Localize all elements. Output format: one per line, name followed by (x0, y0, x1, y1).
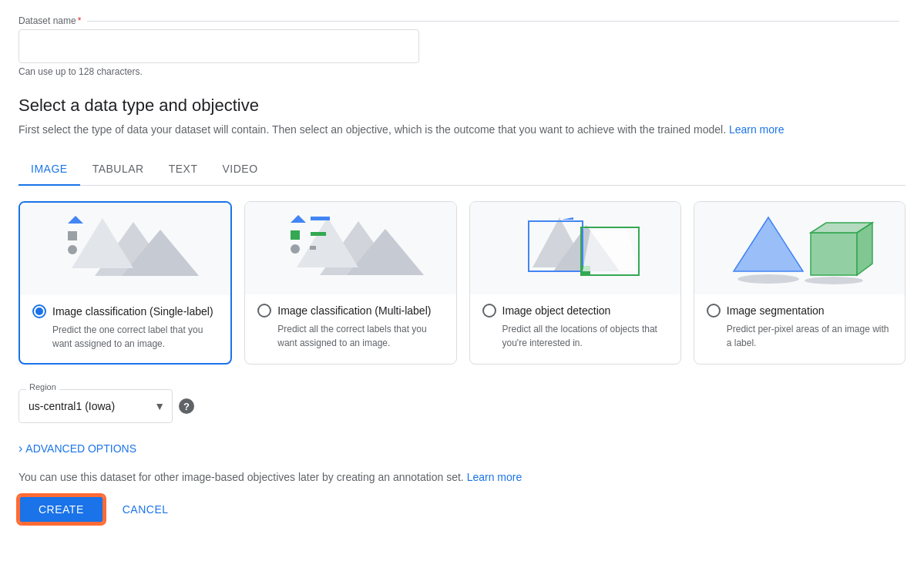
card-image-multi-label (245, 202, 455, 294)
radio-object-detection[interactable] (482, 304, 496, 318)
svg-point-13 (291, 244, 300, 254)
svg-rect-4 (68, 231, 77, 240)
cancel-button[interactable]: CANCEL (110, 497, 181, 522)
svg-rect-26 (811, 233, 857, 275)
data-type-tabs: IMAGE TABULAR TEXT VIDEO (18, 153, 906, 186)
svg-rect-10 (311, 217, 330, 220)
tab-tabular[interactable]: TABULAR (80, 153, 156, 186)
card-image-object-detection (470, 202, 680, 294)
data-type-section: Select a data type and objective First s… (18, 96, 906, 523)
region-label: Region (26, 382, 59, 392)
card-object-detection[interactable]: Image object detection Predict all the l… (469, 201, 681, 365)
card-single-label[interactable]: Image classification (Single-label) Pred… (18, 201, 232, 365)
footer-note: You can use this dataset for other image… (18, 471, 906, 483)
svg-point-5 (68, 245, 77, 254)
svg-point-32 (738, 274, 799, 284)
dataset-name-input[interactable]: untitled_1651268618588 (18, 29, 419, 63)
radio-single-label[interactable] (32, 304, 46, 318)
dataset-name-hint: Can use up to 128 characters. (18, 66, 906, 77)
card-desc-segmentation: Predict per-pixel areas of an image with… (727, 322, 892, 350)
card-title-multi-label: Image classification (Multi-label) (277, 304, 431, 317)
svg-rect-14 (310, 246, 316, 250)
radio-multi-label[interactable] (257, 304, 271, 318)
section-title: Select a data type and objective (18, 96, 906, 116)
card-body-object-detection: Image object detection Predict all the l… (470, 294, 680, 362)
tab-image[interactable]: IMAGE (18, 153, 80, 186)
card-title-single-label: Image classification (Single-label) (52, 305, 213, 318)
dataset-name-label: Dataset name * (18, 15, 906, 26)
tab-text[interactable]: TEXT (156, 153, 210, 186)
advanced-options-chevron-icon: › (18, 442, 22, 455)
card-title-object-detection: Image object detection (502, 304, 611, 317)
region-field-wrapper: Region us-central1 (Iowa) us-east1 (Sout… (18, 389, 173, 423)
card-body-single-label: Image classification (Single-label) Pred… (20, 295, 230, 363)
tab-video[interactable]: VIDEO (210, 153, 270, 186)
card-image-segmentation (694, 202, 905, 294)
advanced-options-toggle[interactable]: › ADVANCED OPTIONS (18, 442, 906, 455)
button-row: CREATE CANCEL (18, 496, 906, 523)
card-segmentation[interactable]: Image segmentation Predict per-pixel are… (694, 201, 906, 365)
section-description: First select the type of data your datas… (18, 122, 906, 138)
svg-marker-22 (583, 230, 637, 271)
card-multi-label[interactable]: Image classification (Multi-label) Predi… (244, 201, 456, 365)
svg-point-33 (805, 277, 863, 284)
advanced-options-label: ADVANCED OPTIONS (25, 442, 136, 455)
region-select[interactable]: us-central1 (Iowa) us-east1 (South Carol… (18, 389, 173, 423)
region-help-icon[interactable]: ? (179, 398, 194, 414)
learn-more-link[interactable]: Learn more (729, 123, 785, 136)
dataset-name-section: Dataset name * untitled_1651268618588 Ca… (18, 15, 906, 77)
objective-cards: Image classification (Single-label) Pred… (18, 201, 906, 365)
svg-marker-3 (68, 216, 83, 224)
card-desc-single-label: Predict the one correct label that you w… (52, 323, 218, 351)
card-title-segmentation: Image segmentation (727, 304, 825, 317)
card-image-single-label (20, 203, 230, 295)
region-section: Region us-central1 (Iowa) us-east1 (Sout… (18, 389, 906, 423)
card-body-multi-label: Image classification (Multi-label) Predi… (245, 294, 455, 362)
radio-segmentation[interactable] (707, 304, 721, 318)
svg-rect-12 (311, 232, 326, 236)
card-body-segmentation: Image segmentation Predict per-pixel are… (694, 294, 905, 362)
card-desc-object-detection: Predict all the locations of objects tha… (502, 322, 668, 350)
create-button[interactable]: CREATE (18, 496, 104, 523)
card-desc-multi-label: Predict all the correct labels that you … (277, 322, 443, 350)
footer-learn-more-link[interactable]: Learn more (467, 471, 522, 483)
svg-marker-9 (291, 215, 306, 223)
svg-rect-11 (291, 230, 300, 240)
